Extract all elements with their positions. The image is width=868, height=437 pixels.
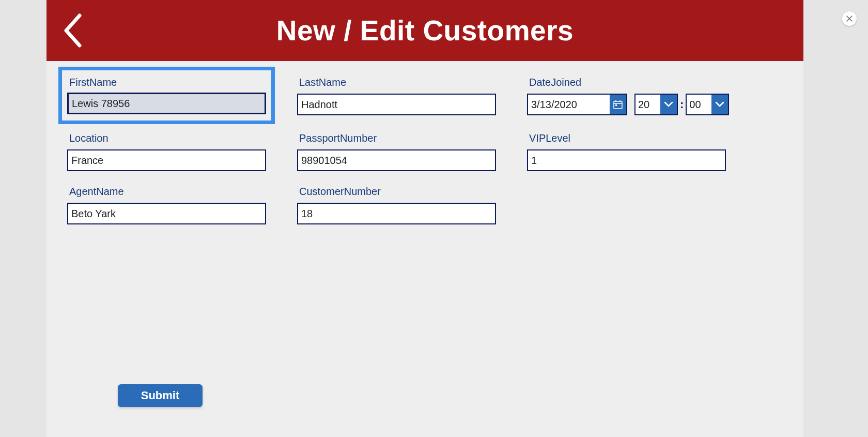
date-row: 20 : 00 xyxy=(527,94,729,115)
time-minute-value[interactable]: 00 xyxy=(686,94,711,115)
calendar-icon xyxy=(613,100,623,109)
form-area: FirstName LastName DateJoined xyxy=(47,61,803,224)
header-bar: New / Edit Customers xyxy=(47,0,803,61)
time-select: 20 : 00 xyxy=(634,94,729,115)
firstname-input[interactable] xyxy=(67,93,266,114)
viplevel-label: VIPLevel xyxy=(527,132,726,144)
firstname-label: FirstName xyxy=(67,77,266,88)
back-button[interactable] xyxy=(62,12,83,49)
field-datejoined: DateJoined xyxy=(527,77,729,118)
field-location: Location xyxy=(67,132,266,171)
time-hour-value[interactable]: 20 xyxy=(634,94,660,115)
svg-rect-0 xyxy=(614,101,622,109)
date-input-wrap xyxy=(527,94,627,115)
calendar-button[interactable] xyxy=(610,94,627,115)
submit-button[interactable]: Submit xyxy=(118,384,203,407)
field-passportnumber: PassportNumber xyxy=(297,132,496,171)
form-row-1: FirstName LastName DateJoined xyxy=(67,77,783,118)
agentname-input[interactable] xyxy=(67,203,266,224)
field-firstname-highlight: FirstName xyxy=(58,67,275,124)
field-customernumber: CustomerNumber xyxy=(297,186,496,224)
datejoined-label: DateJoined xyxy=(527,77,729,88)
passportnumber-label: PassportNumber xyxy=(297,132,496,144)
field-viplevel: VIPLevel xyxy=(527,132,726,171)
page-container: New / Edit Customers FirstName LastName … xyxy=(47,0,803,437)
time-hour-dropdown[interactable] xyxy=(660,94,678,115)
lastname-input[interactable] xyxy=(297,94,496,115)
form-row-3: AgentName CustomerNumber xyxy=(67,186,783,224)
page-title: New / Edit Customers xyxy=(276,14,574,47)
field-lastname: LastName xyxy=(297,77,496,118)
customernumber-input[interactable] xyxy=(297,203,496,224)
chevron-down-icon xyxy=(715,101,724,108)
time-minute-box: 00 xyxy=(686,94,729,115)
lastname-label: LastName xyxy=(297,77,496,88)
time-hour-box: 20 xyxy=(634,94,678,115)
passportnumber-input[interactable] xyxy=(297,149,496,171)
time-separator: : xyxy=(680,98,684,111)
close-icon xyxy=(846,16,853,22)
field-agentname: AgentName xyxy=(67,186,266,224)
viplevel-input[interactable] xyxy=(527,149,726,171)
time-minute-dropdown[interactable] xyxy=(711,94,729,115)
date-input[interactable] xyxy=(527,94,610,115)
agentname-label: AgentName xyxy=(67,186,266,198)
form-row-2: Location PassportNumber VIPLevel xyxy=(67,132,783,171)
location-input[interactable] xyxy=(67,149,266,171)
svg-rect-4 xyxy=(615,104,617,106)
chevron-down-icon xyxy=(664,101,673,108)
location-label: Location xyxy=(67,132,266,144)
customernumber-label: CustomerNumber xyxy=(297,186,496,198)
close-button[interactable] xyxy=(842,11,857,26)
back-arrow-icon xyxy=(62,12,83,49)
